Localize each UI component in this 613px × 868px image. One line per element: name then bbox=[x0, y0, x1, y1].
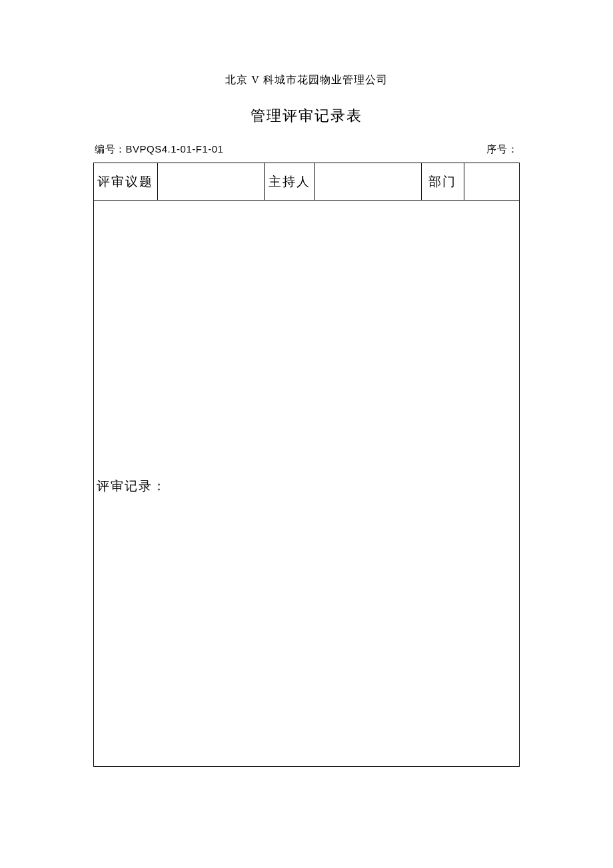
code-label: 编号： bbox=[95, 144, 126, 155]
doc-code: 编号：BVPQS4.1-01-F1-01 bbox=[95, 143, 223, 156]
host-value-cell bbox=[315, 163, 422, 201]
host-label-cell: 主持人 bbox=[264, 163, 315, 201]
seq-label: 序号： bbox=[486, 144, 518, 155]
dept-value-cell bbox=[464, 163, 519, 201]
document-page: 北京 V 科城市花园物业管理公司 管理评审记录表 编号：BVPQS4.1-01-… bbox=[0, 0, 613, 767]
record-cell: 评审记录： bbox=[94, 201, 520, 767]
record-label: 评审记录： bbox=[94, 472, 519, 495]
dept-label-cell: 部门 bbox=[422, 163, 464, 201]
meta-row: 编号：BVPQS4.1-01-F1-01 序号： bbox=[93, 143, 520, 156]
document-title: 管理评审记录表 bbox=[93, 106, 520, 126]
review-form-table: 评审议题 主持人 部门 评审记录： bbox=[93, 163, 520, 767]
header-row: 评审议题 主持人 部门 bbox=[94, 163, 520, 201]
doc-seq: 序号： bbox=[486, 143, 518, 156]
record-row: 评审记录： bbox=[94, 201, 520, 767]
topic-value-cell bbox=[157, 163, 264, 201]
code-value: BVPQS4.1-01-F1-01 bbox=[126, 143, 224, 155]
topic-label-cell: 评审议题 bbox=[94, 163, 158, 201]
company-name: 北京 V 科城市花园物业管理公司 bbox=[93, 73, 520, 87]
